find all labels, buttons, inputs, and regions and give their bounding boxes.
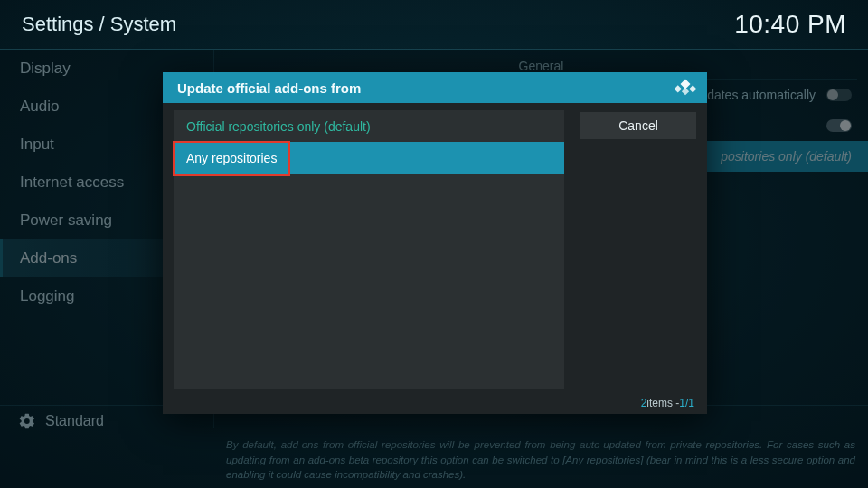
- dialog-update-from: Update official add-ons from Official re…: [163, 72, 707, 414]
- dialog-header: Update official add-ons from: [163, 72, 707, 103]
- dialog-page: 1/1: [679, 397, 694, 409]
- option-any-repos[interactable]: Any repositories: [174, 142, 564, 174]
- dialog-actions: Cancel: [564, 110, 696, 389]
- cancel-button[interactable]: Cancel: [580, 112, 696, 139]
- option-official-repos[interactable]: Official repositories only (default): [174, 110, 564, 142]
- breadcrumb: Settings / System: [22, 13, 176, 36]
- dialog-items-word: items -: [646, 397, 679, 409]
- dialog-options: Official repositories only (default) Any…: [174, 110, 564, 389]
- kodi-logo-icon: [673, 78, 698, 98]
- dialog-body: Official repositories only (default) Any…: [163, 103, 707, 392]
- dialog-footer: 2 items - 1/1: [163, 392, 707, 414]
- dialog-item-count: 2: [641, 397, 647, 409]
- dialog-title: Update official add-ons from: [177, 80, 361, 96]
- clock: 10:40 PM: [734, 10, 846, 39]
